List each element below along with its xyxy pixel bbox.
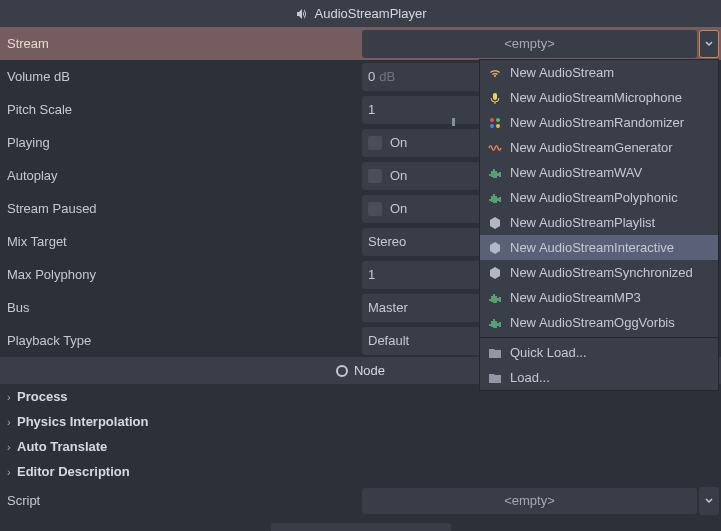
dropdown-separator	[480, 337, 718, 338]
audio-icon	[488, 191, 502, 205]
playback-type-label: Playback Type	[0, 333, 362, 348]
pitch-slider-handle[interactable]	[452, 118, 455, 126]
dropdown-item-label: New AudioStreamPlaylist	[510, 215, 655, 230]
chevron-right-icon: ›	[7, 391, 13, 403]
dropdown-item-label: New AudioStreamInteractive	[510, 240, 674, 255]
max-polyphony-label: Max Polyphony	[0, 267, 362, 282]
dropdown-item-8[interactable]: New AudioStreamSynchronized	[480, 260, 718, 285]
dropdown-item-label: New AudioStreamWAV	[510, 165, 642, 180]
playing-label: Playing	[0, 135, 362, 150]
chevron-down-icon	[704, 39, 714, 49]
dropdown-item-7[interactable]: New AudioStreamInteractive	[480, 235, 718, 260]
expandable-auto-translate[interactable]: › Auto Translate	[0, 434, 721, 459]
dropdown-item-label: New AudioStreamRandomizer	[510, 115, 684, 130]
svg-point-4	[496, 124, 500, 128]
audio-icon	[488, 291, 502, 305]
mix-target-label: Mix Target	[0, 234, 362, 249]
script-label: Script	[0, 493, 362, 508]
expandable-physics-interpolation[interactable]: › Physics Interpolation	[0, 409, 721, 434]
chevron-right-icon: ›	[7, 416, 13, 428]
dropdown-item-6[interactable]: New AudioStreamPlaylist	[480, 210, 718, 235]
autoplay-checkbox[interactable]	[368, 169, 382, 183]
audio-icon	[488, 316, 502, 330]
stream-value[interactable]: <empty>	[362, 30, 697, 58]
audio-icon	[488, 166, 502, 180]
add-metadata-button[interactable]: + Add Metadata	[271, 523, 451, 531]
wave-icon	[488, 141, 502, 155]
dropdown-item-label: New AudioStreamGenerator	[510, 140, 673, 155]
svg-point-1	[490, 118, 494, 122]
chevron-right-icon: ›	[7, 441, 13, 453]
svg-point-2	[496, 118, 500, 122]
dropdown-quick-load[interactable]: Quick Load...	[480, 340, 718, 365]
dropdown-item-label: New AudioStreamSynchronized	[510, 265, 693, 280]
autoplay-label: Autoplay	[0, 168, 362, 183]
stream-dropdown-button[interactable]	[699, 30, 719, 58]
dropdown-item-3[interactable]: New AudioStreamGenerator	[480, 135, 718, 160]
mic-icon	[488, 91, 502, 105]
box-icon	[488, 216, 502, 230]
property-script: Script <empty>	[0, 486, 721, 515]
pitch-scale-label: Pitch Scale	[0, 102, 362, 117]
dropdown-item-label: New AudioStreamMP3	[510, 290, 641, 305]
dropdown-item-0[interactable]: New AudioStream	[480, 60, 718, 85]
svg-point-3	[490, 124, 494, 128]
dropdown-item-4[interactable]: New AudioStreamWAV	[480, 160, 718, 185]
stream-paused-checkbox[interactable]	[368, 202, 382, 216]
random-icon	[488, 116, 502, 130]
script-value[interactable]: <empty>	[362, 488, 697, 514]
dropdown-item-2[interactable]: New AudioStreamRandomizer	[480, 110, 718, 135]
dropdown-load[interactable]: Load...	[480, 365, 718, 390]
dropdown-item-10[interactable]: New AudioStreamOggVorbis	[480, 310, 718, 335]
box-icon	[488, 241, 502, 255]
volume-db-label: Volume dB	[0, 69, 362, 84]
script-dropdown-button[interactable]	[699, 487, 719, 515]
node-icon	[336, 365, 348, 377]
wifi-icon	[488, 66, 502, 80]
speaker-icon	[295, 7, 309, 21]
folder-icon	[488, 346, 502, 360]
property-stream: Stream <empty>	[0, 27, 721, 60]
dropdown-item-5[interactable]: New AudioStreamPolyphonic	[480, 185, 718, 210]
stream-label: Stream	[0, 36, 362, 51]
dropdown-item-label: New AudioStream	[510, 65, 614, 80]
dropdown-item-1[interactable]: New AudioStreamMicrophone	[480, 85, 718, 110]
inspector-header: AudioStreamPlayer	[0, 0, 721, 27]
stream-dropdown-menu: New AudioStreamNew AudioStreamMicrophone…	[479, 59, 719, 391]
chevron-down-icon	[704, 496, 714, 506]
folder-icon	[488, 371, 502, 385]
svg-rect-0	[493, 93, 497, 100]
box-icon	[488, 266, 502, 280]
expandable-editor-description[interactable]: › Editor Description	[0, 459, 721, 484]
dropdown-item-label: New AudioStreamOggVorbis	[510, 315, 675, 330]
chevron-right-icon: ›	[7, 466, 13, 478]
dropdown-item-9[interactable]: New AudioStreamMP3	[480, 285, 718, 310]
inspector-title: AudioStreamPlayer	[315, 6, 427, 21]
dropdown-item-label: New AudioStreamPolyphonic	[510, 190, 678, 205]
bus-label: Bus	[0, 300, 362, 315]
node-section-title: Node	[354, 363, 385, 378]
dropdown-item-label: New AudioStreamMicrophone	[510, 90, 682, 105]
stream-paused-label: Stream Paused	[0, 201, 362, 216]
playing-checkbox[interactable]	[368, 136, 382, 150]
